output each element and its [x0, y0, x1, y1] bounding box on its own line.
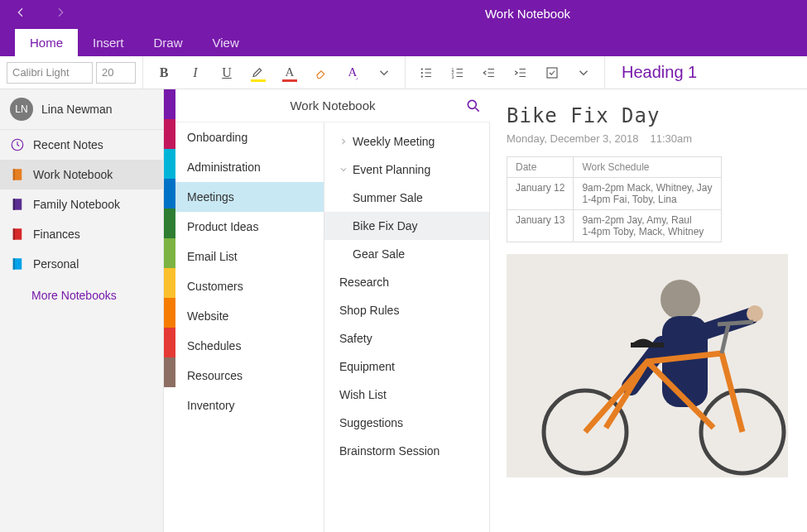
italic-button[interactable]: I — [181, 60, 209, 86]
page-item[interactable]: Summer Sale — [324, 184, 489, 212]
chevron-down-icon — [377, 65, 391, 80]
section-color-tab[interactable] — [164, 298, 175, 328]
section-color-tab[interactable] — [164, 89, 175, 119]
notebook-sidebar: LN Lina Newman Recent Notes Work Noteboo… — [0, 89, 164, 532]
paragraph-dropdown-button[interactable] — [569, 60, 598, 86]
section-header: Work Notebook — [175, 89, 490, 122]
more-notebooks-link[interactable]: More Notebooks — [0, 279, 163, 312]
highlight-button[interactable] — [244, 60, 272, 86]
section-color-tab[interactable] — [164, 208, 175, 238]
page-item[interactable]: Weekly Meeting — [324, 127, 489, 156]
section-item[interactable]: Customers — [175, 271, 324, 301]
sidebar-notebook-work[interactable]: Work Notebook — [0, 160, 163, 189]
section-color-tab[interactable] — [164, 179, 175, 208]
bold-button[interactable]: B — [150, 60, 178, 86]
note-timestamp: Monday, December 3, 201811:30am — [507, 132, 790, 145]
page-item[interactable]: Gear Sale — [324, 240, 489, 268]
sidebar-label: Recent Notes — [33, 138, 103, 151]
note-canvas[interactable]: Bike Fix Day Monday, December 3, 201811:… — [490, 89, 807, 532]
font-color-button[interactable]: A — [276, 60, 304, 86]
section-color-tab[interactable] — [164, 238, 175, 268]
section-color-tab[interactable] — [164, 119, 175, 149]
sidebar-label: Finances — [33, 228, 80, 241]
svg-point-20 — [747, 305, 763, 322]
title-bar: Work Notebook Home Insert Draw View — [0, 0, 807, 56]
svg-rect-11 — [13, 199, 15, 210]
user-name: Lina Newman — [41, 103, 113, 116]
svg-point-2 — [421, 75, 423, 77]
user-account[interactable]: LN Lina Newman — [0, 89, 163, 130]
section-item[interactable]: Onboarding — [175, 122, 324, 152]
page-item[interactable]: Wish List — [324, 381, 489, 409]
page-item[interactable]: Event Planning — [324, 156, 489, 184]
font-dropdown-button[interactable] — [370, 60, 398, 86]
svg-point-16 — [468, 100, 476, 108]
notebook-icon — [10, 167, 25, 182]
sidebar-notebook-finances[interactable]: Finances — [0, 219, 163, 249]
styles-heading-button[interactable]: Heading 1 — [605, 63, 713, 82]
page-item[interactable]: Brainstorm Session — [324, 437, 489, 465]
note-title[interactable]: Bike Fix Day — [507, 104, 790, 127]
section-color-tab[interactable] — [164, 149, 175, 179]
sidebar-recent-notes[interactable]: Recent Notes — [0, 130, 163, 160]
notebook-icon — [10, 197, 25, 212]
svg-rect-6 — [547, 68, 557, 78]
tab-insert[interactable]: Insert — [78, 29, 139, 56]
page-item[interactable]: Research — [324, 268, 489, 296]
section-color-tab[interactable] — [164, 357, 175, 387]
page-item[interactable]: Equipment — [324, 352, 489, 381]
outdent-button[interactable] — [475, 60, 503, 86]
table-row: January 139am-2pm Jay, Amy, Raul1-4pm To… — [507, 210, 722, 242]
avatar: LN — [10, 98, 33, 121]
section-item[interactable]: Inventory — [175, 391, 324, 420]
schedule-table[interactable]: DateWork Schedule January 129am-2pm Mack… — [507, 156, 722, 242]
format-painter-button[interactable]: A — [339, 60, 367, 86]
notebook-icon — [10, 227, 25, 242]
svg-rect-9 — [13, 169, 15, 180]
underline-button[interactable]: U — [213, 60, 241, 86]
section-item[interactable]: Website — [175, 301, 324, 331]
section-item[interactable]: Resources — [175, 361, 324, 391]
page-item[interactable]: Shop Rules — [324, 296, 489, 324]
sidebar-notebook-family[interactable]: Family Notebook — [0, 189, 163, 219]
svg-text:3: 3 — [452, 74, 454, 79]
ribbon-tabs: Home Insert Draw View — [15, 29, 254, 56]
todo-tag-button[interactable] — [538, 60, 566, 86]
section-item[interactable]: Email List — [175, 242, 324, 271]
page-item[interactable]: Suggestions — [324, 409, 489, 437]
section-color-tab[interactable] — [164, 268, 175, 298]
chevron-down-icon — [576, 65, 591, 80]
chevron-right-icon — [339, 137, 348, 146]
page-item[interactable]: Safety — [324, 324, 489, 352]
chevron-down-icon — [339, 165, 348, 174]
ribbon: B I U A A 123 Heading 1 — [0, 56, 807, 89]
window-title: Work Notebook — [485, 7, 570, 21]
section-item[interactable]: Meetings — [175, 182, 324, 212]
search-icon — [465, 98, 482, 114]
clear-formatting-button[interactable] — [307, 60, 335, 86]
bullet-list-icon — [419, 65, 434, 80]
section-color-tab[interactable] — [164, 328, 175, 357]
notebook-icon — [10, 256, 25, 271]
bullet-list-button[interactable] — [412, 60, 440, 86]
tab-draw[interactable]: Draw — [139, 29, 198, 56]
section-item[interactable]: Product Ideas — [175, 212, 324, 242]
pages-list: Weekly MeetingEvent PlanningSummer SaleB… — [324, 122, 490, 532]
svg-point-0 — [421, 68, 423, 69]
page-item[interactable]: Bike Fix Day — [324, 212, 489, 240]
sidebar-label: Personal — [33, 257, 79, 271]
font-size-input[interactable] — [96, 62, 136, 84]
search-button[interactable] — [465, 98, 482, 114]
indent-button[interactable] — [507, 60, 535, 86]
tab-view[interactable]: View — [198, 29, 254, 56]
sidebar-notebook-personal[interactable]: Personal — [0, 249, 163, 279]
section-item[interactable]: Schedules — [175, 331, 324, 361]
svg-rect-15 — [13, 258, 15, 270]
eraser-icon — [314, 65, 329, 80]
font-name-input[interactable] — [7, 62, 93, 84]
tab-home[interactable]: Home — [15, 29, 78, 56]
note-date: Monday, December 3, 2018 — [507, 132, 638, 145]
numbered-list-button[interactable]: 123 — [444, 60, 472, 86]
section-item[interactable]: Administration — [175, 152, 324, 182]
note-image[interactable] — [507, 254, 788, 477]
